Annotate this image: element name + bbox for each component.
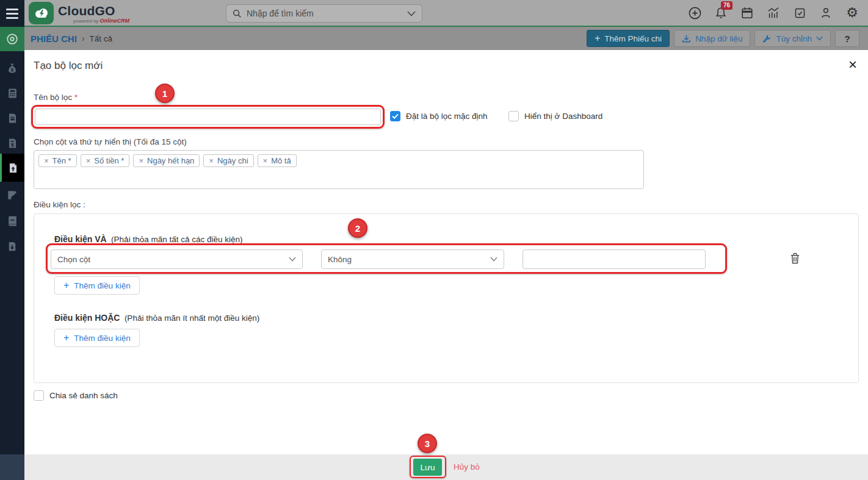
check-icon <box>392 113 399 119</box>
filter-name-input[interactable] <box>35 109 381 125</box>
user-profile-icon[interactable] <box>819 5 833 20</box>
condition-value-input[interactable] <box>523 249 706 269</box>
condition-operator-select[interactable]: Không <box>321 249 504 269</box>
brand-name: CloudGO <box>58 4 115 18</box>
remove-tag-icon[interactable]: × <box>86 156 91 165</box>
plus-icon: + <box>595 34 600 43</box>
default-filter-label: Đặt là bộ lọc mặc định <box>406 112 488 121</box>
sidebar-item-payment-voucher-current[interactable] <box>0 154 24 182</box>
svg-text:$: $ <box>10 142 14 148</box>
svg-text:$: $ <box>10 67 13 73</box>
settings-gear-icon[interactable]: ⚙ <box>845 5 859 20</box>
page-toolbar: + Thêm Phiếu chi Nhập dữ liệu Tùy chỉnh … <box>587 30 859 47</box>
or-conditions-title: Điều kiện HOẶC (Phải thỏa mãn ít nhất mộ… <box>54 313 259 323</box>
breadcrumb: PHIẾU CHI › Tất cả <box>31 27 112 50</box>
tasks-check-square-icon[interactable] <box>792 5 807 20</box>
add-or-condition-button[interactable]: + Thêm điều kiện <box>54 329 140 347</box>
filter-name-label: Tên bộ lọc * <box>34 93 78 102</box>
sidebar-item-money-bag-icon[interactable]: $ <box>0 56 24 81</box>
download-icon <box>682 34 691 43</box>
cloudgo-logo[interactable] <box>29 2 54 24</box>
notifications-bell-icon[interactable]: 76 <box>714 5 728 20</box>
search-icon <box>233 9 242 18</box>
global-search[interactable] <box>226 4 422 23</box>
share-list-label: Chia sẻ danh sách <box>49 391 118 400</box>
customize-button[interactable]: Tùy chỉnh <box>754 30 831 47</box>
sidebar-footer-strip <box>0 454 24 480</box>
wrench-icon <box>762 34 772 43</box>
help-button[interactable]: ? <box>835 30 859 47</box>
delete-condition-trash-icon[interactable] <box>790 253 800 267</box>
chevron-down-icon <box>490 257 497 262</box>
close-icon[interactable]: × <box>848 57 857 72</box>
chevron-down-icon <box>816 36 823 41</box>
column-tag[interactable]: ×Tên * <box>38 154 77 167</box>
powered-by-label: powered by OnlineCRM <box>73 18 129 24</box>
dialog-footer: Lưu Hủy bỏ <box>24 454 868 480</box>
left-sidebar: $ $ <box>0 27 24 480</box>
column-tags-box[interactable]: ×Tên * ×Số tiền * ×Ngày hết hạn ×Ngày ch… <box>34 150 644 189</box>
breadcrumb-view-label: Tất cả <box>90 34 113 43</box>
cancel-button[interactable]: Hủy bỏ <box>454 462 480 471</box>
column-tag[interactable]: ×Mô tả <box>258 154 297 167</box>
cloud-icon <box>34 7 49 20</box>
search-input[interactable] <box>247 9 402 18</box>
add-and-condition-button[interactable]: + Thêm điều kiện <box>54 276 140 295</box>
remove-tag-icon[interactable]: × <box>263 156 268 165</box>
customize-label: Tùy chỉnh <box>776 34 812 43</box>
header-icon-bar: 76 ⚙ <box>687 0 859 26</box>
sidebar-item-calculator-icon[interactable] <box>0 81 24 106</box>
conditions-panel: Điều kiện VÀ (Phải thỏa mãn tất cả các đ… <box>34 213 859 383</box>
sidebar-item-invoice-icon[interactable] <box>0 106 24 131</box>
sidebar-item-file-download-icon[interactable] <box>0 234 24 259</box>
column-tag[interactable]: ×Ngày chi <box>203 154 253 167</box>
top-header: CloudGO powered by OnlineCRM 76 <box>0 0 868 27</box>
add-record-label: Thêm Phiếu chi <box>604 34 662 43</box>
columns-label: Chọn cột và thứ tự hiển thị (Tối đa 15 c… <box>34 137 187 146</box>
dialog-title: Tạo bộ lọc mới <box>34 60 103 72</box>
remove-tag-icon[interactable]: × <box>139 156 143 165</box>
reports-chart-icon[interactable] <box>766 5 781 20</box>
dashboard-checkbox-row[interactable]: Hiển thị ở Dashboard <box>508 111 602 121</box>
required-asterisk: * <box>74 93 78 102</box>
dashboard-label: Hiển thị ở Dashboard <box>524 112 602 121</box>
share-list-checkbox-row[interactable]: Chia sẻ danh sách <box>34 390 118 401</box>
annotation-badge-step1: 1 <box>155 84 175 103</box>
cloudgo-app: CloudGO powered by OnlineCRM 76 <box>0 0 868 480</box>
column-tag[interactable]: ×Ngày hết hạn <box>133 154 200 167</box>
sidebar-item-ledger-book-icon[interactable] <box>0 209 24 233</box>
sidebar-item-receipt-icon[interactable]: $ <box>0 131 24 156</box>
condition-column-select[interactable]: Chọn cột <box>51 249 303 269</box>
chevron-down-icon <box>289 257 296 262</box>
remove-tag-icon[interactable]: × <box>44 156 49 165</box>
chevron-down-icon[interactable] <box>407 11 416 16</box>
default-filter-checkbox-row[interactable]: Đặt là bộ lọc mặc định <box>390 111 488 121</box>
sidebar-module-home-target-icon[interactable] <box>0 27 24 51</box>
and-conditions-title: Điều kiện VÀ (Phải thỏa mãn tất cả các đ… <box>54 234 242 244</box>
default-filter-checkbox[interactable] <box>390 111 400 121</box>
plus-icon: + <box>63 281 69 290</box>
notification-count-badge: 76 <box>721 1 732 10</box>
create-filter-dialog: Tạo bộ lọc mới × Tên bộ lọc * Đặt là bộ … <box>24 50 868 480</box>
column-tag[interactable]: ×Số tiền * <box>81 154 130 167</box>
calendar-icon[interactable] <box>740 5 754 20</box>
conditions-label: Điều kiện lọc : <box>34 200 85 209</box>
save-button[interactable]: Lưu <box>413 459 442 476</box>
import-data-button[interactable]: Nhập dữ liệu <box>674 30 750 47</box>
hamburger-menu-icon[interactable] <box>0 0 24 27</box>
import-data-label: Nhập dữ liệu <box>695 34 742 43</box>
share-list-checkbox[interactable] <box>34 390 44 401</box>
onlinecrm-logo: OnlineCRM <box>100 18 130 24</box>
annotation-badge-step3: 3 <box>418 434 437 453</box>
remove-tag-icon[interactable]: × <box>209 156 214 165</box>
sidebar-item-contract-edit-icon[interactable] <box>0 183 24 207</box>
breadcrumb-separator-icon: › <box>82 34 85 43</box>
breadcrumb-bar: PHIẾU CHI › Tất cả + Thêm Phiếu chi Nhập… <box>24 27 868 50</box>
plus-icon: + <box>63 333 69 343</box>
quick-create-icon[interactable] <box>687 5 702 20</box>
breadcrumb-module-link[interactable]: PHIẾU CHI <box>31 34 77 44</box>
add-record-button[interactable]: + Thêm Phiếu chi <box>587 30 670 47</box>
dashboard-checkbox[interactable] <box>508 111 519 121</box>
